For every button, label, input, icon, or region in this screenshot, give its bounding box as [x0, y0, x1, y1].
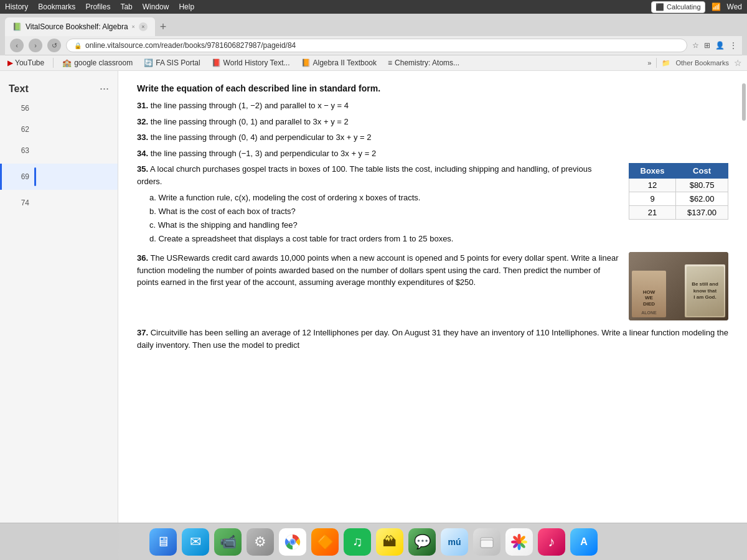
more-bookmarks-arrow[interactable]: »: [647, 59, 651, 67]
dock-mail[interactable]: ✉: [182, 528, 209, 556]
table-cell-boxes-2: 9: [629, 192, 676, 206]
dock-files[interactable]: [473, 528, 500, 556]
menu-window[interactable]: Window: [143, 2, 169, 11]
separator: [656, 58, 657, 68]
menu-help[interactable]: Help: [179, 2, 194, 11]
refresh-button[interactable]: ↺: [47, 39, 61, 52]
book-cover-alone: HOWWEDIED ALONE: [632, 271, 666, 317]
dock-notes[interactable]: 🏔: [376, 528, 403, 556]
problem-36-text: 36. The USRewards credit card awards 10,…: [137, 252, 619, 292]
menu-icon[interactable]: ⋮: [730, 41, 737, 50]
problem-35-table-container: Boxes Cost 12 $80.75 9 $62.00: [629, 163, 728, 220]
forward-button[interactable]: ›: [29, 39, 42, 52]
table-cell-boxes-1: 12: [629, 179, 676, 192]
back-button[interactable]: ‹: [10, 39, 24, 52]
table-header-cost: Cost: [676, 164, 728, 179]
sidebar-page-74[interactable]: 74: [0, 195, 118, 211]
dock-spotify[interactable]: ♫: [344, 528, 371, 556]
menu-profiles[interactable]: Profiles: [85, 2, 110, 11]
dock-messages[interactable]: 💬: [408, 528, 436, 556]
chemistry-icon: ≡: [388, 58, 392, 67]
dock-musescore[interactable]: mú: [441, 528, 468, 556]
star-icon[interactable]: ☆: [692, 41, 699, 50]
time-display: Wed: [727, 2, 742, 11]
sidebar-page-63[interactable]: 63: [0, 142, 118, 159]
svg-point-3: [291, 539, 295, 544]
bookmark-fa-sis[interactable]: 🔄 FA SIS Portal: [141, 57, 202, 68]
other-bookmarks-folder-icon: 📁: [662, 59, 670, 67]
profile-icon[interactable]: 👤: [715, 41, 725, 50]
url-text: online.vitalsource.com/reader/books/9781…: [85, 41, 679, 50]
sidebar-page-62[interactable]: 62: [0, 121, 118, 138]
sidebar-page-56[interactable]: 56: [0, 100, 118, 116]
fa-sis-icon: 🔄: [144, 58, 153, 67]
svg-rect-5: [481, 540, 493, 548]
problem-36-container: 36. The USRewards credit card awards 10,…: [137, 252, 728, 320]
calculating-badge: ⬛ Calculating: [651, 1, 705, 13]
world-history-icon: 📕: [212, 58, 221, 67]
table-cell-cost-3: $137.00: [676, 206, 728, 220]
bookmark-youtube[interactable]: ▶ YouTube: [5, 57, 47, 68]
sidebar: Text ··· 56 62 63 69 74: [0, 71, 118, 560]
svg-point-7: [518, 534, 521, 540]
section-title: Write the equation of each described lin…: [137, 83, 728, 93]
tab-vitalsource[interactable]: 📗 VitalSource Bookshelf: Algebra × ×: [5, 17, 155, 36]
dock-app-store[interactable]: A: [570, 528, 598, 556]
address-row: ‹ › ↺ 🔒 online.vitalsource.com/reader/bo…: [5, 36, 742, 55]
menu-bookmarks[interactable]: Bookmarks: [38, 2, 75, 11]
table-cell-boxes-3: 21: [629, 206, 676, 220]
bookmark-chemistry[interactable]: ≡ Chemistry: Atoms...: [385, 57, 462, 68]
new-tab-button[interactable]: +: [156, 17, 171, 36]
table-cell-cost-2: $62.00: [676, 192, 728, 206]
problem-35-text-area: 35. A local church purchases gospel trac…: [137, 163, 619, 246]
menu-bar: History Bookmarks Profiles Tab Window He…: [0, 0, 747, 14]
problem-34: 34. the line passing through (−1, 3) and…: [137, 147, 728, 160]
scrollbar-thumb[interactable]: [742, 83, 746, 121]
bookmarks-more: » 📁 Other Bookmarks ☆: [647, 58, 742, 68]
dock-finder[interactable]: 🖥: [149, 528, 177, 556]
dock-facetime[interactable]: 📹: [214, 528, 242, 556]
table-row: 21 $137.00: [629, 206, 728, 220]
bookmark-google-classroom[interactable]: 🏫 google classroom: [60, 57, 135, 68]
sidebar-header: Text ···: [0, 77, 118, 100]
address-bar[interactable]: 🔒 online.vitalsource.com/reader/books/97…: [66, 39, 687, 52]
svg-point-13: [511, 540, 517, 543]
content-area: Write the equation of each described lin…: [118, 71, 747, 560]
wifi-icon: 📶: [712, 2, 721, 11]
bookmarks-bar: ▶ YouTube 🏫 google classroom 🔄 FA SIS Po…: [0, 55, 747, 71]
problem-37: 37. Circuitville has been selling an ave…: [137, 327, 728, 351]
book-covers-image: HOWWEDIED ALONE Be still andknow thatI a…: [629, 252, 728, 320]
problem-32: 32. the line passing through (0, 1) and …: [137, 116, 728, 128]
problem-31: 31. the line passing through (1, −2) and…: [137, 100, 728, 112]
dock-music[interactable]: ♪: [538, 528, 565, 556]
sidebar-page-69[interactable]: 69: [0, 164, 118, 190]
problem-35-d: d. Create a spreadsheet that displays a …: [149, 232, 619, 246]
sidebar-options-button[interactable]: ···: [100, 82, 109, 95]
browser-chrome: 📗 VitalSource Bookshelf: Algebra × × + ‹…: [0, 14, 747, 55]
bookmark-world-history[interactable]: 📕 World History Text...: [209, 57, 293, 68]
tab-favicon: 📗: [12, 22, 22, 31]
calculating-icon: ⬛: [655, 3, 664, 11]
dock-chrome[interactable]: [279, 528, 306, 556]
cost-table: Boxes Cost 12 $80.75 9 $62.00: [629, 163, 728, 220]
menu-tab[interactable]: Tab: [120, 2, 132, 11]
extension-icon[interactable]: ⊞: [704, 41, 710, 50]
dock-blender[interactable]: 🔶: [311, 528, 339, 556]
dock-settings[interactable]: ⚙: [247, 528, 274, 556]
tab-close-button[interactable]: ×: [139, 22, 148, 31]
problem-33: 33. the line passing through (0, 4) and …: [137, 131, 728, 144]
table-header-boxes: Boxes: [629, 164, 676, 179]
scrollbar-track[interactable]: [742, 71, 747, 560]
dock-photos[interactable]: [505, 528, 533, 556]
problem-35-a: a. Write a function rule, c(x), modeling…: [149, 191, 619, 205]
table-row: 9 $62.00: [629, 192, 728, 206]
problem-35-c: c. What is the shipping and handling fee…: [149, 218, 619, 232]
bookmark-algebra[interactable]: 📙 Algebra II Textbook: [299, 57, 380, 68]
youtube-icon: ▶: [7, 59, 12, 67]
problem-35-intro: 35. A local church purchases gospel trac…: [137, 163, 619, 187]
menu-history[interactable]: History: [5, 2, 28, 11]
bookmark-star-icon[interactable]: ☆: [734, 58, 742, 68]
google-classroom-icon: 🏫: [62, 58, 72, 67]
problem-35-container: 35. A local church purchases gospel trac…: [137, 163, 728, 246]
bookmark-separator: [53, 58, 54, 68]
